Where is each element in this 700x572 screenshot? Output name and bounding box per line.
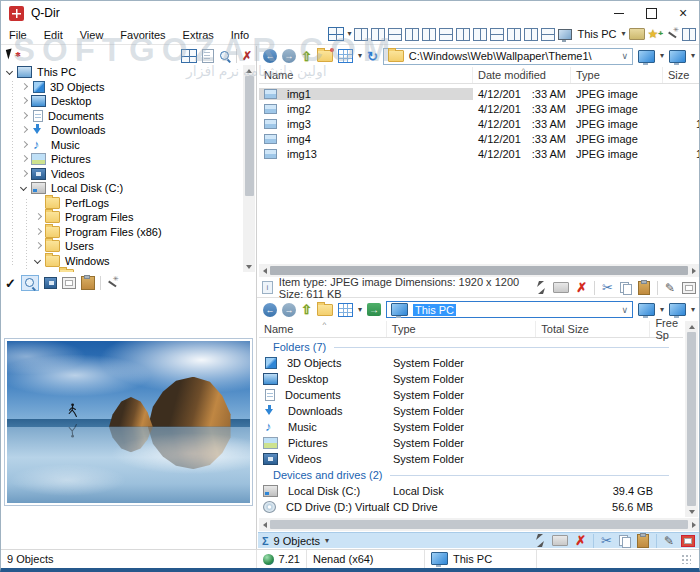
pane-target-label[interactable]: This PC bbox=[575, 28, 618, 40]
pc-row[interactable]: Pictures System Folder bbox=[259, 435, 683, 451]
tree-chevron-icon[interactable] bbox=[33, 241, 45, 251]
properties-icon[interactable] bbox=[682, 282, 696, 294]
tree-item[interactable]: PerfLogs bbox=[3, 196, 243, 211]
tree-chevron-icon[interactable] bbox=[33, 227, 45, 237]
file-row[interactable]: img4 4/12/201:33 AM JPEG image bbox=[259, 131, 699, 146]
check-icon[interactable]: ✓ bbox=[5, 276, 16, 291]
statusbar-version[interactable]: 7.21 bbox=[257, 550, 307, 568]
menu-item[interactable]: Extras bbox=[175, 26, 223, 44]
tree-chevron-icon[interactable] bbox=[33, 212, 45, 222]
magic-wand-icon[interactable] bbox=[666, 28, 679, 41]
layout-preset-icon[interactable] bbox=[388, 28, 402, 41]
view-mode-icon[interactable] bbox=[338, 49, 353, 63]
address-dropdown-icon[interactable]: ∨ bbox=[621, 305, 628, 315]
go-icon[interactable]: → bbox=[367, 303, 381, 316]
menu-item[interactable]: Favorites bbox=[112, 26, 174, 44]
pane-monitor-icon[interactable] bbox=[638, 303, 655, 316]
tree-item[interactable]: Local Disk (C:) bbox=[3, 181, 243, 196]
minimize-button[interactable] bbox=[603, 1, 635, 25]
pane-target-dropdown-icon[interactable]: ▾ bbox=[622, 30, 626, 38]
column-header-name[interactable]: Name bbox=[259, 67, 473, 83]
forward-icon[interactable]: → bbox=[282, 303, 296, 317]
tree-chevron-icon[interactable] bbox=[19, 82, 31, 92]
pane-monitor-icon[interactable] bbox=[669, 50, 686, 63]
maximize-button[interactable] bbox=[635, 1, 667, 25]
pane-monitor-dropdown-icon[interactable]: ▾ bbox=[660, 306, 664, 314]
view-mode-dropdown-icon[interactable]: ▾ bbox=[358, 52, 362, 60]
pc-row[interactable]: Documents System Folder bbox=[259, 387, 683, 403]
up-icon[interactable]: ⇧ bbox=[301, 50, 312, 63]
projector-screen-icon[interactable] bbox=[62, 277, 76, 289]
group-header-devices[interactable]: Devices and drives (2) bbox=[259, 467, 683, 483]
paste-icon[interactable] bbox=[637, 534, 649, 548]
tree-item[interactable]: Desktop bbox=[3, 94, 243, 109]
layout-4pane-icon[interactable] bbox=[328, 27, 344, 41]
layout-preset-icon[interactable] bbox=[439, 28, 453, 41]
refresh-icon[interactable]: ↻ bbox=[367, 50, 378, 63]
tree-item[interactable]: 3D Objects bbox=[3, 80, 243, 95]
tree-chevron-icon[interactable] bbox=[19, 125, 31, 135]
column-header-name[interactable]: ^Name bbox=[259, 321, 387, 337]
resize-grip[interactable] bbox=[681, 554, 691, 564]
back-icon[interactable]: ← bbox=[263, 49, 277, 63]
tree-item[interactable]: Videos bbox=[3, 167, 243, 182]
layout-preset-icon[interactable] bbox=[507, 28, 521, 41]
preview-magnifier-button[interactable] bbox=[21, 275, 39, 291]
cut-icon[interactable]: ✂ bbox=[602, 281, 613, 294]
tree-chevron-icon[interactable] bbox=[19, 111, 31, 121]
tree-item[interactable]: Pictures bbox=[3, 152, 243, 167]
tree-item[interactable]: Windows bbox=[3, 254, 243, 269]
pane-monitor-dropdown-icon[interactable]: ▾ bbox=[660, 52, 664, 60]
edit-page-icon[interactable] bbox=[202, 49, 214, 63]
rename-icon[interactable]: ✎ bbox=[665, 282, 675, 294]
back-icon[interactable]: ← bbox=[263, 303, 277, 317]
cut-icon[interactable]: ✂ bbox=[601, 534, 612, 547]
pc-list-vscrollbar[interactable] bbox=[685, 321, 698, 517]
pc-row[interactable]: 3D Objects System Folder bbox=[259, 355, 683, 371]
view-mode-icon[interactable] bbox=[338, 303, 353, 317]
column-header-size[interactable]: Size bbox=[663, 67, 699, 83]
tree-layout-icon[interactable] bbox=[181, 49, 197, 63]
favorites-folder-icon[interactable] bbox=[317, 304, 333, 316]
tree-item[interactable] bbox=[3, 268, 243, 272]
up-icon[interactable]: ⇧ bbox=[301, 303, 312, 316]
pc-row[interactable]: Music System Folder bbox=[259, 419, 683, 435]
rename-icon[interactable]: ✎ bbox=[664, 535, 674, 547]
single-pane-icon[interactable] bbox=[682, 28, 696, 41]
column-header-date[interactable]: ^Date modified bbox=[473, 67, 571, 83]
delete-icon[interactable]: ✗ bbox=[576, 281, 587, 294]
column-header-total-size[interactable]: Total Size bbox=[536, 321, 650, 337]
tree-item[interactable]: Program Files (x86) bbox=[3, 225, 243, 240]
tree-chevron-icon[interactable] bbox=[19, 140, 31, 150]
pane-monitor-dropdown-icon[interactable]: ▾ bbox=[691, 306, 695, 314]
layout-preset-icon[interactable] bbox=[524, 28, 538, 41]
layout-preset-icon[interactable] bbox=[354, 28, 368, 41]
column-header-free-space[interactable]: Free Sp bbox=[650, 321, 683, 337]
folder-view-icon[interactable] bbox=[81, 276, 95, 290]
tree-chevron-icon[interactable] bbox=[33, 198, 45, 208]
pc-row[interactable]: Local Disk (C:) Local Disk 39.4 GB bbox=[259, 483, 683, 499]
tree-scrollbar[interactable] bbox=[243, 65, 255, 272]
tree-chevron-icon[interactable] bbox=[19, 169, 31, 179]
tree-chevron-icon[interactable] bbox=[19, 154, 31, 164]
pointer-mode-icon[interactable] bbox=[5, 49, 19, 63]
pc-row[interactable]: Desktop System Folder bbox=[259, 371, 683, 387]
pane-monitor-dropdown-icon[interactable]: ▾ bbox=[691, 52, 695, 60]
preview-image-icon[interactable] bbox=[44, 277, 57, 289]
address-dropdown-icon[interactable]: ∨ bbox=[621, 51, 628, 61]
tree-chevron-icon[interactable] bbox=[5, 67, 17, 77]
tree-chevron-icon[interactable] bbox=[19, 183, 31, 193]
menu-item[interactable]: View bbox=[72, 26, 113, 44]
copy-icon[interactable] bbox=[619, 535, 630, 547]
tree-search-icon[interactable] bbox=[219, 50, 231, 62]
layout-preset-icon[interactable] bbox=[371, 28, 385, 41]
properties-icon[interactable] bbox=[681, 535, 695, 547]
layout-dropdown-icon[interactable]: ▾ bbox=[347, 30, 351, 38]
flash-icon[interactable] bbox=[536, 534, 545, 547]
layout-preset-icon[interactable] bbox=[541, 28, 555, 41]
layout-preset-icon[interactable] bbox=[490, 28, 504, 41]
file-row[interactable]: img3 4/12/201:33 AM JPEG image 1 bbox=[259, 116, 699, 131]
tree-item[interactable]: Music bbox=[3, 138, 243, 153]
close-button[interactable]: × bbox=[667, 1, 699, 25]
copy-icon[interactable] bbox=[620, 282, 631, 294]
